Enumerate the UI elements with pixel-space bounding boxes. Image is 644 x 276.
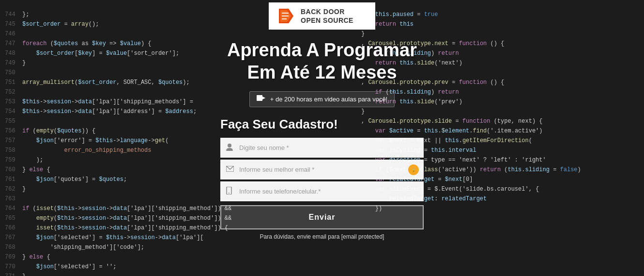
svg-point-8: [228, 144, 231, 147]
name-input[interactable]: [220, 138, 424, 158]
phone-input[interactable]: [220, 181, 424, 201]
svg-rect-5: [282, 18, 287, 19]
email-suffix-icon: 🔒: [408, 164, 419, 175]
logo-text: BACK DOOR OPEN SOURCE: [301, 7, 353, 25]
phone-icon: [226, 187, 232, 196]
person-icon: [226, 143, 233, 153]
name-input-group: [220, 138, 424, 158]
svg-text:🔒: 🔒: [412, 168, 416, 172]
submit-button[interactable]: Enviar: [220, 205, 424, 229]
footer-contact-text: Para dúvidas, envie email para [email pr…: [260, 233, 384, 240]
svg-rect-6: [257, 95, 262, 101]
logo-icon: [276, 6, 296, 26]
email-icon: [226, 166, 234, 174]
main-overlay: BACK DOOR OPEN SOURCE Aprenda A Programa…: [0, 0, 644, 276]
svg-point-13: [229, 193, 230, 194]
logo-box: BACK DOOR OPEN SOURCE: [269, 2, 375, 30]
form-title: Faça Seu Cadastro!: [220, 117, 424, 132]
center-panel: BACK DOOR OPEN SOURCE Aprenda A Programa…: [220, 2, 424, 240]
phone-input-group: [220, 181, 424, 201]
video-icon: [257, 95, 265, 104]
email-input[interactable]: [220, 160, 424, 179]
hero-title: Aprenda A Programar Em Até 12 Meses: [227, 39, 417, 83]
svg-rect-3: [282, 13, 289, 14]
video-badge: + de 200 horas em video aulas para você!: [249, 91, 395, 107]
video-badge-text: + de 200 horas em video aulas para você!: [270, 96, 387, 103]
svg-rect-4: [282, 16, 289, 16]
email-input-group: 🔒: [220, 160, 424, 179]
svg-marker-7: [262, 97, 265, 99]
